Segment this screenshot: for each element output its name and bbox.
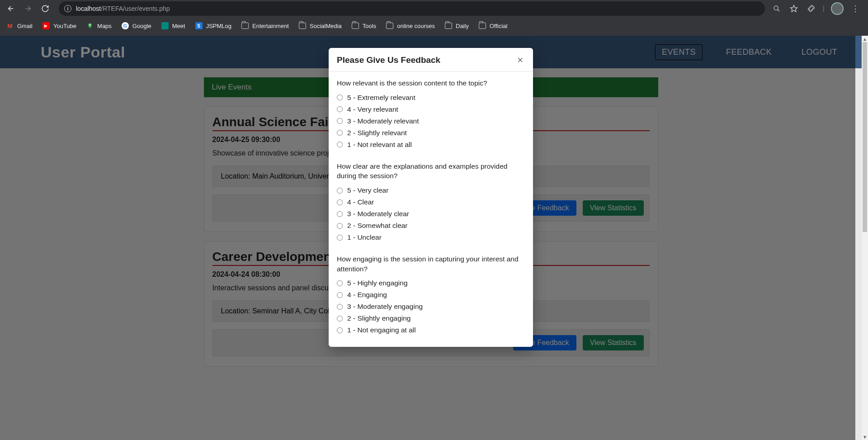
folder-icon (386, 23, 393, 29)
gmail-icon: M (6, 22, 14, 29)
modal-header: Please Give Us Feedback × (329, 48, 533, 72)
url-text: localhost/RTEFA/user/events.php (76, 5, 170, 12)
radio-option[interactable]: 3 - Moderately relevant (337, 117, 525, 125)
extensions-icon[interactable] (806, 3, 816, 14)
folder-icon (445, 23, 452, 29)
forward-button[interactable] (21, 1, 35, 16)
folder-icon (479, 23, 486, 29)
reload-button[interactable] (38, 1, 52, 16)
radio-option[interactable]: 2 - Slightly engaging (337, 314, 525, 322)
radio-option[interactable]: 2 - Slightly relevant (337, 129, 525, 137)
scrollbar[interactable]: ▲ ▼ (862, 36, 868, 440)
radio-option[interactable]: 4 - Clear (337, 198, 525, 206)
question-group: How relevant is the session content to t… (337, 78, 525, 149)
radio-input[interactable] (337, 130, 343, 136)
modal-body: How relevant is the session content to t… (329, 72, 533, 347)
google-icon: G (122, 22, 129, 29)
modal-close-button[interactable]: × (515, 55, 525, 65)
radio-input[interactable] (337, 211, 343, 217)
folder-icon (352, 23, 359, 29)
radio-option[interactable]: 3 - Moderately engaging (337, 303, 525, 311)
radio-option[interactable]: 4 - Very relevant (337, 105, 525, 114)
page-viewport: User Portal EVENTS FEEDBACK LOGOUT Live … (0, 36, 868, 440)
modal-title: Please Give Us Feedback (337, 55, 440, 65)
radio-option[interactable]: 5 - Very clear (337, 186, 525, 194)
svg-marker-1 (790, 5, 797, 11)
back-button[interactable] (4, 1, 18, 16)
toolbar-right: | ⋮ (771, 2, 864, 15)
scroll-down-icon[interactable]: ▼ (862, 434, 868, 440)
scrollbar-thumb[interactable] (863, 42, 867, 232)
question-group: How clear are the explanations and examp… (337, 161, 525, 241)
radio-input[interactable] (337, 142, 343, 147)
bookmark-gmail[interactable]: M Gmail (6, 22, 33, 29)
bookmark-official[interactable]: Official (479, 23, 508, 29)
radio-input[interactable] (337, 280, 343, 286)
arrow-right-icon (24, 5, 32, 13)
question-text: How relevant is the session content to t… (337, 78, 525, 88)
bookmark-tools[interactable]: Tools (352, 23, 376, 29)
bookmark-entertainment[interactable]: Entertainment (241, 23, 289, 29)
radio-input[interactable] (337, 304, 343, 310)
radio-option[interactable]: 3 - Moderately clear (337, 210, 525, 218)
bookmark-online-courses[interactable]: online courses (386, 23, 435, 29)
radio-option[interactable]: 1 - Unclear (337, 233, 525, 241)
radio-option[interactable]: 5 - Extremely relevant (337, 94, 525, 102)
radio-input[interactable] (337, 316, 343, 322)
svg-point-0 (774, 6, 778, 10)
radio-option[interactable]: 2 - Somewhat clear (337, 222, 525, 230)
radio-input[interactable] (337, 188, 343, 194)
radio-option[interactable]: 5 - Highly engaging (337, 279, 525, 287)
bookmark-maps[interactable]: Maps (86, 22, 112, 29)
browser-toolbar: i localhost/RTEFA/user/events.php | ⋮ (0, 0, 868, 17)
question-text: How engaging is the session in capturing… (337, 254, 525, 274)
arrow-left-icon (7, 5, 15, 13)
radio-option[interactable]: 4 - Engaging (337, 291, 525, 299)
svg-point-2 (90, 24, 91, 26)
radio-input[interactable] (337, 199, 343, 205)
bookmark-star-icon[interactable] (788, 3, 799, 14)
maps-icon (86, 22, 94, 29)
bookmark-meet[interactable]: Meet (161, 22, 185, 29)
radio-input[interactable] (337, 327, 343, 333)
bookmark-google[interactable]: G Google (122, 22, 151, 29)
question-group: How engaging is the session in capturing… (337, 254, 525, 334)
bookmark-daily[interactable]: Daily (445, 23, 469, 29)
page-content: User Portal EVENTS FEEDBACK LOGOUT Live … (0, 36, 862, 440)
site-info-icon[interactable]: i (64, 5, 71, 12)
close-icon: × (517, 54, 523, 66)
question-text: How clear are the explanations and examp… (337, 161, 525, 181)
bookmarks-bar: M Gmail ▶ YouTube Maps G Google Meet S J… (0, 17, 868, 35)
radio-input[interactable] (337, 118, 343, 124)
zoom-icon[interactable] (771, 3, 782, 14)
reload-icon (41, 5, 49, 13)
radio-input[interactable] (337, 223, 343, 229)
jspmlog-icon: S (195, 22, 203, 29)
profile-avatar[interactable] (831, 2, 844, 15)
kebab-menu-icon[interactable]: ⋮ (850, 3, 861, 14)
bookmark-socialmedia[interactable]: SocialMedia (299, 23, 342, 29)
youtube-icon: ▶ (42, 22, 50, 29)
browser-chrome: i localhost/RTEFA/user/events.php | ⋮ M … (0, 0, 868, 36)
scroll-up-icon[interactable]: ▲ (862, 36, 868, 42)
feedback-modal: Please Give Us Feedback × How relevant i… (329, 48, 533, 347)
radio-input[interactable] (337, 106, 343, 112)
radio-option[interactable]: 1 - Not engaging at all (337, 326, 525, 334)
bookmark-jspmlog[interactable]: S JSPMLog (195, 22, 231, 29)
radio-input[interactable] (337, 95, 343, 100)
folder-icon (299, 23, 306, 29)
address-bar[interactable]: i localhost/RTEFA/user/events.php (59, 1, 765, 16)
folder-icon (241, 23, 249, 29)
radio-option[interactable]: 1 - Not relevant at all (337, 141, 525, 149)
radio-input[interactable] (337, 292, 343, 298)
radio-input[interactable] (337, 235, 343, 241)
bookmark-youtube[interactable]: ▶ YouTube (42, 22, 76, 29)
meet-icon (161, 22, 169, 29)
